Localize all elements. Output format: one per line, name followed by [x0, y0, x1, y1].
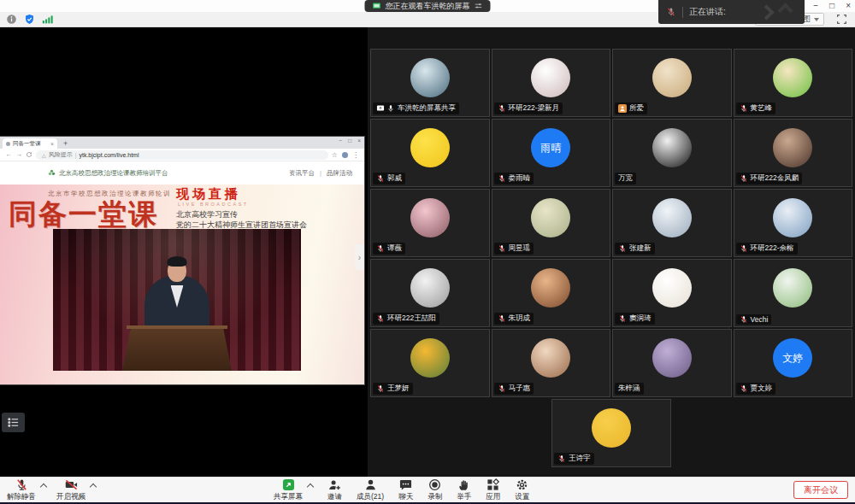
participant-name-tag: 环研222-佘榕	[736, 243, 798, 255]
unmute-button[interactable]: 解除静音	[7, 478, 36, 502]
participant-avatar	[531, 58, 570, 97]
participant-tile[interactable]: 环研222-佘榕	[734, 189, 853, 257]
participant-status-icons	[498, 244, 506, 253]
url-field[interactable]: △ 风险提示 | ytk.bjcipt.com/live.html	[36, 150, 328, 160]
browser-tabbar: 同备一堂课 × + − □ ×	[0, 137, 364, 149]
participant-tile[interactable]: 王诗宇	[551, 399, 671, 467]
sidebar-toggle-button[interactable]	[2, 413, 25, 432]
participant-name-tag: 谭薇	[373, 243, 405, 255]
close-button[interactable]: ×	[846, 1, 851, 11]
participant-name-tag: 车洪乾的屏幕共享	[373, 103, 459, 114]
security-shield-icon[interactable]	[24, 14, 35, 25]
nav-link-brand[interactable]: 品牌活动	[327, 169, 352, 178]
browser-maximize-button[interactable]: □	[348, 138, 351, 144]
participant-status-icons	[498, 174, 506, 183]
participant-tile[interactable]: 车洪乾的屏幕共享	[370, 49, 490, 117]
raise-hand-button[interactable]: 举手	[457, 478, 471, 502]
participant-tile[interactable]: 谭薇	[370, 189, 490, 257]
participant-avatar: 雨晴	[531, 128, 570, 167]
participant-status-icons	[740, 174, 748, 183]
invite-button[interactable]: 邀请	[327, 478, 342, 502]
participant-tile[interactable]: 朱梓涵	[612, 329, 732, 397]
record-button[interactable]: 录制	[428, 478, 442, 502]
addressbar-actions: ☆ ⋮	[332, 151, 359, 159]
member-badge-icon	[618, 104, 627, 113]
tab-favicon	[6, 142, 10, 146]
participant-avatar	[410, 198, 450, 237]
participant-status-icons	[740, 315, 748, 324]
start-video-button[interactable]: 开启视频	[56, 478, 86, 502]
browser-minimize-button[interactable]: −	[339, 138, 342, 144]
browser-close-button[interactable]: ×	[357, 138, 361, 144]
participant-tile[interactable]: 黄艺峰	[734, 49, 853, 117]
share-banner[interactable]: 您正在观看车洪乾的屏幕	[365, 0, 491, 12]
meeting-info-icon[interactable]	[6, 14, 17, 25]
participant-tile[interactable]: 窦润琦	[612, 259, 732, 327]
refresh-icon[interactable]	[26, 151, 32, 158]
participant-tile[interactable]: 张建新	[612, 189, 732, 257]
participant-tile[interactable]: 文婷 贾文婷	[734, 329, 853, 397]
nav-link-news[interactable]: 资讯平台	[289, 169, 315, 178]
settings-icon	[516, 478, 528, 491]
minimize-button[interactable]: −	[813, 1, 818, 11]
participant-tile[interactable]: 万宽	[612, 119, 732, 187]
participant-tile[interactable]: 环研222金凤麟	[734, 119, 853, 187]
participant-tile[interactable]: Vechi	[734, 259, 853, 327]
participant-tile[interactable]: 王梦妍	[370, 329, 490, 397]
chevron-up-icon[interactable]	[307, 483, 314, 490]
chevron-up-icon[interactable]	[40, 483, 47, 490]
participant-tile[interactable]: 雨晴 娄雨晴	[492, 119, 611, 187]
mic-muted-icon	[498, 384, 506, 393]
participant-name-tag: 王诗宇	[554, 453, 594, 465]
back-icon[interactable]: ←	[5, 151, 12, 158]
browser-menu-icon[interactable]: ⋮	[352, 151, 359, 159]
members-button[interactable]: 成员(21)	[357, 478, 384, 502]
raise-hand-icon	[457, 478, 470, 491]
new-tab-button[interactable]: +	[63, 139, 68, 149]
maximize-button[interactable]: □	[829, 1, 834, 11]
participant-tile[interactable]: 环研222王喆阳	[370, 259, 490, 327]
mic-muted-icon	[498, 314, 506, 323]
participant-name: 马子惠	[509, 384, 531, 394]
bookmark-star-icon[interactable]: ☆	[332, 151, 338, 159]
webpage-nav: 资讯平台 | 品牌活动	[289, 169, 352, 178]
participant-name: 张建新	[629, 243, 652, 254]
participant-name: 郭威	[387, 173, 402, 184]
leave-meeting-button[interactable]: 离开会议	[793, 481, 848, 499]
participant-tile[interactable]: 郭威	[370, 119, 490, 187]
forward-icon[interactable]: →	[15, 151, 22, 158]
share-screen-button[interactable]: 共享屏幕	[274, 478, 303, 502]
chevron-up-icon[interactable]	[90, 483, 97, 490]
toolbar-center-group: 共享屏幕 邀请 成员(21) 聊天 录制 举手	[274, 478, 529, 503]
speaking-indicator: 正在讲话:	[658, 0, 805, 24]
participant-name: 朱玥成	[509, 314, 531, 324]
record-icon	[428, 478, 441, 491]
participant-avatar	[652, 128, 692, 167]
participant-tile[interactable]: 所爱	[612, 49, 732, 117]
participant-tile[interactable]: 朱玥成	[492, 259, 611, 327]
apps-button[interactable]: 应用	[486, 478, 500, 502]
participant-status-icons	[618, 104, 627, 113]
participant-status-icons	[376, 174, 385, 183]
fullscreen-icon[interactable]	[836, 14, 847, 25]
live-video-player[interactable]	[53, 229, 301, 371]
participant-tile[interactable]: 马子惠	[492, 329, 611, 397]
participant-avatar	[531, 338, 570, 378]
settings-button[interactable]: 设置	[515, 478, 529, 502]
browser-addressbar: ← → △ 风险提示 | ytk.bjcipt.com/live.html ☆ …	[0, 149, 364, 161]
network-signal-icon[interactable]	[42, 14, 53, 25]
participant-tile[interactable]: 环研222-梁新月	[492, 49, 611, 117]
mic-muted-icon	[498, 104, 506, 113]
carousel-next-button[interactable]: ›	[355, 244, 364, 270]
hero-banner: 北京市学校思想政治理论课教师轮训 同备一堂课 现场直播 LIVE BROADCA…	[0, 185, 364, 384]
browser-profile-avatar[interactable]	[342, 152, 348, 158]
share-banner-options-icon[interactable]	[475, 2, 483, 10]
participant-avatar	[410, 128, 450, 167]
tab-close-icon[interactable]: ×	[50, 141, 54, 147]
podium-top	[127, 325, 227, 329]
participant-tile[interactable]: 周昱瑶	[492, 189, 611, 257]
site-logo[interactable]: 北京高校思想政治理论课教师培训平台	[48, 169, 168, 178]
mic-muted-icon	[376, 384, 385, 393]
chat-button[interactable]: 聊天	[398, 478, 413, 502]
browser-tab[interactable]: 同备一堂课 ×	[3, 138, 57, 149]
